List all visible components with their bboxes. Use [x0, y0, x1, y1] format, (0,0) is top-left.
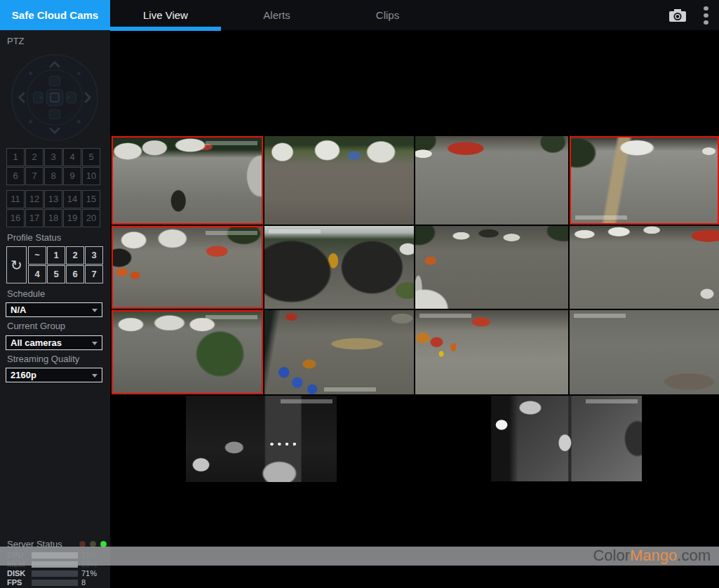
- schedule-dropdown[interactable]: N/A: [6, 302, 102, 317]
- preset-button-14[interactable]: 14: [63, 190, 81, 208]
- kebab-menu-icon: [704, 20, 708, 25]
- profile-button-1[interactable]: 1: [47, 246, 65, 265]
- watermark-text: ColorMango.com: [593, 547, 711, 564]
- camera-feed-2[interactable]: [264, 136, 414, 225]
- sidebar: PTZ 1 2 3 4 5: [0, 30, 110, 588]
- tab-alerts[interactable]: Alerts: [222, 0, 331, 30]
- fps-value: 8: [81, 578, 86, 587]
- refresh-icon: ↻: [11, 258, 22, 273]
- watermark-band: ColorMango.com: [0, 547, 719, 566]
- preset-button-16[interactable]: 16: [6, 209, 25, 227]
- ptz-directional-pad[interactable]: [10, 53, 100, 142]
- profile-button-pad: ~ 1 2 3 4 5 6 7: [28, 246, 103, 283]
- profile-status-label: Profile Status: [7, 232, 61, 243]
- camera-feed-6[interactable]: [264, 226, 414, 309]
- fps-bar: [32, 580, 78, 586]
- camera-icon: [668, 7, 687, 24]
- preset-button-15[interactable]: 15: [82, 190, 100, 208]
- preset-button-9[interactable]: 9: [63, 167, 81, 185]
- preset-button-1[interactable]: 1: [6, 148, 25, 166]
- camera-feed-12[interactable]: [570, 310, 719, 394]
- camera-feed-8[interactable]: [570, 226, 719, 309]
- camera-feed-14[interactable]: [491, 396, 642, 481]
- profile-button-5[interactable]: 5: [47, 265, 65, 283]
- ptz-tilt-down-button[interactable]: [49, 109, 60, 119]
- overflow-menu-button[interactable]: [697, 5, 715, 26]
- streaming-quality-dropdown[interactable]: 2160p: [6, 368, 102, 382]
- preset-button-11[interactable]: 11: [6, 190, 25, 208]
- preset-button-17[interactable]: 17: [25, 209, 43, 227]
- camera-feed-9[interactable]: [112, 310, 263, 394]
- schedule-label: Schedule: [7, 288, 45, 299]
- current-group-dropdown[interactable]: All cameras: [6, 335, 102, 350]
- preset-button-7[interactable]: 7: [25, 167, 43, 185]
- preset-button-4[interactable]: 4: [63, 148, 81, 166]
- camera-feed-11[interactable]: [415, 310, 568, 394]
- preset-button-10[interactable]: 10: [82, 167, 100, 185]
- top-bar: Safe Cloud Cams Live View Alerts Clips: [0, 0, 719, 30]
- kebab-menu-icon: [704, 6, 708, 11]
- refresh-profiles-button[interactable]: ↻: [6, 246, 27, 283]
- profile-button-3[interactable]: 3: [85, 246, 103, 265]
- app-title: Safe Cloud Cams: [0, 0, 110, 30]
- preset-button-19[interactable]: 19: [63, 209, 81, 227]
- preset-button-3[interactable]: 3: [44, 148, 62, 166]
- preset-button-8[interactable]: 8: [44, 167, 62, 185]
- disk-metric-row: DISK 71%: [6, 569, 109, 578]
- preset-button-20[interactable]: 20: [82, 209, 100, 227]
- preset-button-5[interactable]: 5: [82, 148, 100, 166]
- disk-bar: [32, 570, 78, 577]
- preset-button-2[interactable]: 2: [25, 148, 43, 166]
- camera-feed-5[interactable]: [112, 226, 263, 309]
- camera-feed-7[interactable]: [415, 226, 568, 309]
- preset-button-6[interactable]: 6: [6, 167, 25, 185]
- current-group-label: Current Group: [7, 321, 65, 331]
- camera-feed-1[interactable]: [112, 136, 263, 225]
- camera-feed-3[interactable]: [415, 136, 568, 225]
- preset-button-18[interactable]: 18: [44, 209, 62, 227]
- profile-button-4[interactable]: 4: [28, 265, 46, 283]
- active-tab-indicator: [110, 27, 221, 31]
- ptz-section-label: PTZ: [7, 36, 25, 46]
- profile-button-6[interactable]: 6: [66, 265, 84, 283]
- camera-feed-13[interactable]: [186, 396, 337, 482]
- profile-button-2[interactable]: 2: [66, 246, 84, 265]
- tab-live-view[interactable]: Live View: [110, 0, 221, 30]
- camera-preset-pad-1-10: 1 2 3 4 5 6 7 8 9 10: [6, 148, 100, 185]
- profile-button-7[interactable]: 7: [85, 265, 103, 283]
- streaming-quality-label: Streaming Quality: [7, 354, 79, 364]
- disk-value: 71%: [81, 569, 97, 577]
- camera-feed-4[interactable]: [570, 136, 719, 225]
- tab-clips[interactable]: Clips: [333, 0, 442, 30]
- profile-button-default[interactable]: ~: [28, 246, 46, 265]
- snapshot-button[interactable]: [665, 5, 690, 26]
- ptz-tilt-up-button[interactable]: [49, 76, 60, 86]
- camera-feed-10[interactable]: [264, 310, 414, 394]
- preset-button-13[interactable]: 13: [44, 190, 62, 208]
- ptz-home-button[interactable]: [46, 89, 63, 106]
- kebab-menu-icon: [704, 13, 708, 18]
- safe-cloud-cams-window: Safe Cloud Cams Live View Alerts Clips P…: [0, 0, 719, 588]
- camera-preset-pad-11-20: 11 12 13 14 15 16 17 18 19 20: [6, 190, 100, 227]
- fps-label: FPS: [7, 578, 22, 587]
- preset-button-12[interactable]: 12: [25, 190, 43, 208]
- disk-label: DISK: [7, 569, 25, 577]
- fps-metric-row: FPS 8: [6, 578, 109, 587]
